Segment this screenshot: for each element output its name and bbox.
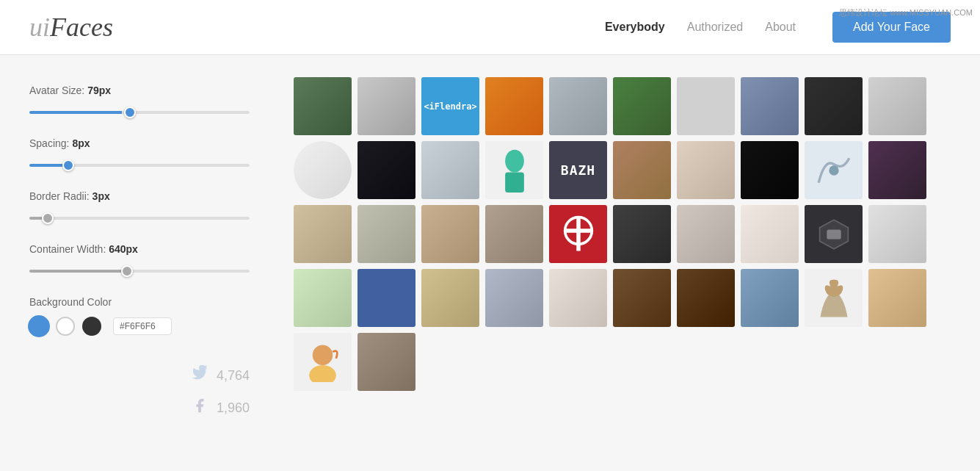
border-radii-slider-container	[29, 209, 250, 223]
svg-point-6	[313, 345, 333, 366]
background-color-label: Background Color	[29, 296, 264, 308]
container-width-slider-container	[29, 262, 250, 276]
avatar-cell[interactable]	[868, 141, 926, 199]
twitter-stat: 4,764	[192, 365, 250, 386]
avatar-cell[interactable]	[613, 269, 671, 327]
avatar-cell[interactable]	[741, 77, 799, 135]
border-radii-label: Border Radii: 3px	[29, 190, 264, 202]
avatar-cell[interactable]	[357, 141, 415, 199]
avatar-cell[interactable]	[485, 77, 543, 135]
border-radii-control: Border Radii: 3px	[29, 190, 264, 223]
avatar-cell[interactable]	[421, 205, 479, 263]
avatar-cell[interactable]	[805, 269, 863, 327]
svg-rect-1	[505, 172, 524, 192]
sidebar: Avatar Size: 79px Spacing: 8px Border Ra…	[29, 77, 264, 418]
avatar-cell[interactable]	[868, 77, 926, 135]
border-radii-slider[interactable]	[29, 217, 250, 220]
avatar-cell[interactable]	[868, 205, 926, 263]
avatar-cell[interactable]	[357, 269, 415, 327]
avatar-size-label: Avatar Size: 79px	[29, 85, 264, 96]
avatar-grid: <iFlendra> BAZH	[294, 77, 951, 418]
avatar-cell[interactable]	[613, 205, 671, 263]
avatar-cell[interactable]	[805, 205, 863, 263]
container-width-slider[interactable]	[29, 270, 250, 273]
avatar-cell[interactable]	[421, 141, 479, 199]
avatar-cell[interactable]	[485, 205, 543, 263]
avatar-cell[interactable]	[294, 141, 352, 199]
avatar-cell[interactable]	[294, 269, 352, 327]
spacing-label: Spacing: 8px	[29, 137, 264, 149]
swatch-dark[interactable]	[82, 317, 101, 336]
background-color-control: Background Color	[29, 296, 264, 336]
avatar-cell[interactable]	[549, 269, 607, 327]
avatar-cell[interactable]	[677, 141, 735, 199]
avatar-cell[interactable]	[549, 205, 607, 263]
svg-rect-5	[827, 229, 841, 239]
swatch-white[interactable]	[56, 317, 75, 336]
main-content: Avatar Size: 79px Spacing: 8px Border Ra…	[0, 55, 980, 440]
spacing-slider-container	[29, 157, 250, 170]
avatar-cell[interactable]	[357, 333, 415, 391]
svg-point-7	[309, 365, 336, 382]
avatar-cell[interactable]	[677, 77, 735, 135]
avatar-cell[interactable]	[613, 141, 671, 199]
avatar-cell[interactable]	[357, 205, 415, 263]
avatar-cell[interactable]	[421, 269, 479, 327]
container-width-control: Container Width: 640px	[29, 243, 264, 276]
twitter-count: 4,764	[217, 368, 250, 384]
svg-point-2	[829, 165, 838, 175]
logo-faces: Faces	[50, 12, 113, 42]
social-stats: 4,764 1,960	[29, 365, 264, 418]
container-width-label: Container Width: 640px	[29, 243, 264, 255]
color-hex-input[interactable]	[113, 317, 172, 335]
avatar-size-control: Avatar Size: 79px	[29, 85, 264, 117]
nav-about[interactable]: About	[765, 21, 796, 34]
avatar-cell[interactable]	[294, 205, 352, 263]
avatar-cell[interactable]	[677, 205, 735, 263]
avatar-cell[interactable]	[805, 77, 863, 135]
twitter-icon	[192, 365, 208, 386]
nav-everybody[interactable]: Everybody	[605, 21, 665, 34]
nav-authorized[interactable]: Authorized	[687, 21, 744, 34]
svg-point-0	[505, 149, 524, 172]
facebook-count: 1,960	[217, 400, 250, 416]
logo-ui: ui	[29, 12, 50, 42]
avatar-cell[interactable]	[613, 77, 671, 135]
avatar-cell[interactable]: BAZH	[549, 141, 607, 199]
site-header: uiFaces Everybody Authorized About Add Y…	[0, 0, 980, 55]
watermark: 思纬设计论坛 www.MISSYUAN.COM	[839, 7, 973, 18]
spacing-slider[interactable]	[29, 164, 250, 167]
avatar-size-slider-container	[29, 104, 250, 117]
avatar-cell[interactable]	[294, 77, 352, 135]
avatar-cell[interactable]	[805, 141, 863, 199]
avatar-cell[interactable]	[741, 141, 799, 199]
avatar-cell[interactable]	[485, 141, 543, 199]
site-logo: uiFaces	[29, 12, 605, 43]
spacing-control: Spacing: 8px	[29, 137, 264, 170]
facebook-icon	[192, 398, 208, 418]
avatar-size-slider[interactable]	[29, 111, 250, 114]
facebook-stat: 1,960	[192, 398, 250, 418]
avatar-cell[interactable]	[549, 77, 607, 135]
avatar-cell[interactable]	[294, 333, 352, 391]
avatar-cell[interactable]	[677, 269, 735, 327]
avatar-cell[interactable]	[357, 77, 415, 135]
avatar-cell[interactable]	[741, 205, 799, 263]
avatar-cell[interactable]	[741, 269, 799, 327]
avatar-cell[interactable]	[868, 269, 926, 327]
color-swatches	[29, 317, 264, 336]
avatar-cell[interactable]: <iFlendra>	[421, 77, 479, 135]
swatch-blue[interactable]	[29, 317, 48, 336]
avatar-cell[interactable]	[485, 269, 543, 327]
